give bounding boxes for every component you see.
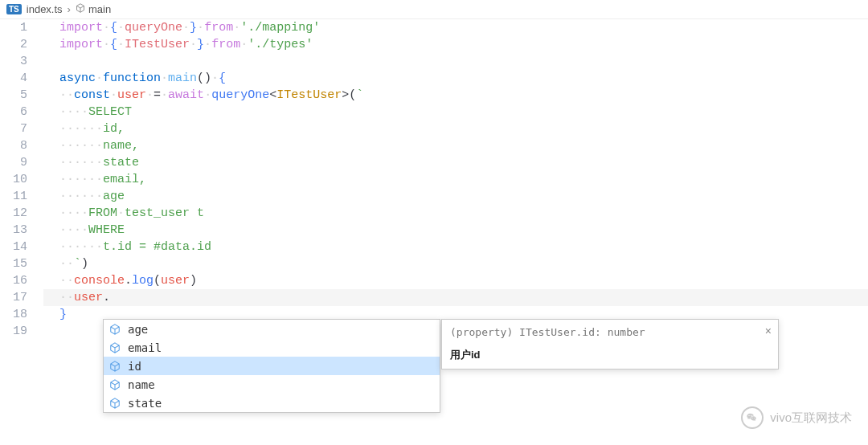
line-number: 6	[0, 104, 27, 120]
doc-description: 用户id	[450, 348, 770, 362]
line-number: 16	[0, 272, 27, 289]
chevron-right-icon: ›	[68, 3, 71, 15]
line-number: 15	[0, 255, 27, 272]
autocomplete-label: id	[128, 360, 141, 373]
doc-signature: (property) ITestUser.id: number	[450, 326, 770, 338]
line-number: 7	[0, 120, 27, 137]
line-number: 18	[0, 306, 27, 323]
autocomplete-popup[interactable]: age email id name state	[103, 319, 440, 413]
line-gutter: 1 2 3 4 5 6 7 8 9 10 11 12 13 14 15 16 1…	[0, 19, 43, 340]
cube-icon	[76, 3, 85, 15]
line-number: 12	[0, 205, 27, 222]
line-number: 11	[0, 188, 27, 205]
line-number: 2	[0, 36, 27, 53]
autocomplete-item[interactable]: email	[104, 338, 440, 357]
field-icon	[108, 341, 121, 354]
line-number: 4	[0, 70, 27, 87]
autocomplete-item[interactable]: state	[104, 394, 440, 412]
autocomplete-label: state	[128, 397, 162, 410]
close-icon[interactable]: ×	[765, 325, 772, 337]
autocomplete-item[interactable]: age	[104, 320, 440, 338]
breadcrumb-symbol[interactable]: main	[88, 3, 111, 15]
line-number: 8	[0, 137, 27, 154]
line-number: 5	[0, 87, 27, 104]
watermark-text: vivo互联网技术	[770, 410, 852, 426]
line-number: 1	[0, 19, 27, 36]
autocomplete-label: age	[128, 323, 148, 336]
autocomplete-item[interactable]: name	[104, 375, 440, 394]
field-icon	[108, 323, 121, 336]
field-icon	[108, 378, 121, 391]
line-number: 14	[0, 239, 27, 255]
field-icon	[108, 360, 121, 373]
field-icon	[108, 397, 121, 410]
autocomplete-label: name	[128, 378, 155, 391]
line-number: 3	[0, 53, 27, 70]
autocomplete-item-selected[interactable]: id	[104, 357, 440, 375]
code-editor[interactable]: 1 2 3 4 5 6 7 8 9 10 11 12 13 14 15 16 1…	[0, 19, 868, 340]
autocomplete-label: email	[128, 341, 162, 354]
code-area[interactable]: import·{·queryOne·}·from·'./mapping' imp…	[43, 19, 868, 340]
doc-popup: × (property) ITestUser.id: number 用户id	[441, 319, 779, 369]
breadcrumb-file[interactable]: index.ts	[27, 3, 63, 15]
line-number: 9	[0, 154, 27, 171]
watermark: vivo互联网技术	[741, 406, 852, 429]
wechat-icon	[741, 406, 764, 429]
line-number: 17	[0, 289, 27, 306]
line-number: 13	[0, 222, 27, 239]
line-number: 19	[0, 323, 27, 340]
breadcrumb: TS index.ts › main	[0, 0, 868, 19]
ts-badge: TS	[6, 4, 22, 14]
line-number: 10	[0, 171, 27, 188]
